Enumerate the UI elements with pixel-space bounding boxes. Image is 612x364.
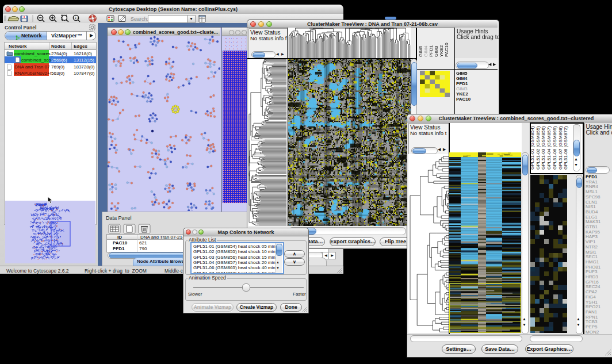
svg-text:1:1: 1:1 [75,16,79,20]
